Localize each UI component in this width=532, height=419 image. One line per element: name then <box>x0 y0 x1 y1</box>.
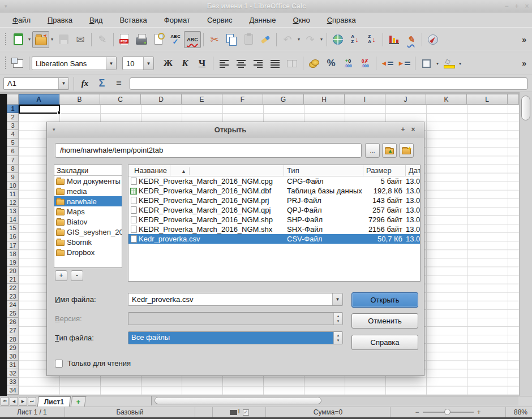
menu-help[interactable]: Справка <box>319 14 364 26</box>
filetype-spinner[interactable]: ▲▼ <box>333 332 342 344</box>
row-header-8[interactable]: 8 <box>7 165 19 173</box>
background-color-dropdown-icon[interactable]: ▾ <box>457 61 463 66</box>
maximize-button[interactable]: + <box>512 2 522 10</box>
menu-insert[interactable]: Вставка <box>111 14 155 26</box>
export-pdf-button[interactable] <box>116 31 133 48</box>
open-button[interactable]: Открыть <box>351 292 418 308</box>
menu-edit[interactable]: Правка <box>40 14 80 26</box>
version-spinner[interactable]: ▲▼ <box>333 313 342 325</box>
delete-decimal-button[interactable]: 0✗.000 <box>357 55 374 72</box>
open-dropdown-icon[interactable]: ▾ <box>49 37 55 42</box>
menu-format[interactable]: Формат <box>156 14 198 26</box>
undo-button[interactable]: ↶ <box>279 31 296 48</box>
toolbar-overflow-button[interactable]: » <box>522 59 530 68</box>
cancel-button[interactable]: Отменить <box>351 313 418 329</box>
new-dropdown-icon[interactable]: ▾ <box>27 37 32 42</box>
row-header-9[interactable]: 9 <box>7 173 19 182</box>
file-row[interactable]: KEDR_Proverka_March_2016_NGM.dbfТаблица … <box>128 186 420 196</box>
insert-chart-button[interactable] <box>385 31 402 48</box>
row-header-2[interactable]: 2 <box>7 113 19 122</box>
help-button[interactable]: Справка <box>351 335 418 350</box>
hyperlink-button[interactable] <box>329 31 346 48</box>
row-header-28[interactable]: 28 <box>7 335 19 344</box>
add-sheet-button[interactable]: + <box>71 396 87 407</box>
column-header-type[interactable]: Тип <box>284 165 363 176</box>
merge-cells-button[interactable] <box>284 55 301 72</box>
column-header-H[interactable]: H <box>304 94 345 105</box>
align-right-button[interactable] <box>250 55 267 72</box>
sort-descending-button[interactable]: ZA ↓ <box>363 31 380 48</box>
align-justify-button[interactable] <box>267 55 284 72</box>
row-header-31[interactable]: 31 <box>7 361 19 369</box>
print-preview-button[interactable] <box>150 31 167 48</box>
row-header-23[interactable]: 23 <box>7 292 19 301</box>
row-header-14[interactable]: 14 <box>7 215 19 224</box>
browse-button[interactable]: ... <box>365 143 380 158</box>
row-header-33[interactable]: 33 <box>7 378 19 386</box>
previous-sheet-button[interactable]: ◀ <box>10 397 18 406</box>
readonly-checkbox[interactable] <box>55 360 63 368</box>
email-button[interactable]: ✉ <box>72 31 89 48</box>
sheet-number-status[interactable]: Лист 1 / 1 <box>0 407 65 417</box>
increase-indent-button[interactable]: ► <box>396 55 413 72</box>
path-input[interactable]: /home/narwhale/temp/point2tab <box>55 143 362 158</box>
document-modified-icon[interactable]: ✓ <box>243 409 249 416</box>
row-header-19[interactable]: 19 <box>7 258 19 267</box>
row-header-5[interactable]: 5 <box>7 139 19 147</box>
row-header-27[interactable]: 27 <box>7 326 19 335</box>
navigator-button[interactable] <box>424 31 441 48</box>
zoom-slider[interactable] <box>423 412 474 413</box>
undo-dropdown-icon[interactable]: ▾ <box>296 37 302 42</box>
row-header-34[interactable]: 34 <box>7 386 19 395</box>
align-center-button[interactable] <box>233 55 250 72</box>
menu-tools[interactable]: Сервис <box>199 14 241 26</box>
paste-button[interactable] <box>240 31 257 48</box>
font-name-dropdown-icon[interactable]: ▼ <box>106 57 116 70</box>
last-sheet-button[interactable]: ⏭ <box>28 397 36 406</box>
toolbar-overflow-button[interactable]: » <box>522 35 530 44</box>
file-row[interactable]: KEDR_Proverka_March_2016_NGM.cpgCPG-Файл… <box>128 176 420 186</box>
font-size-dropdown-icon[interactable]: ▼ <box>143 57 153 70</box>
minimize-button[interactable]: − <box>501 2 512 10</box>
dialog-maximize-button[interactable]: + <box>398 126 408 133</box>
horizontal-scrollbar[interactable] <box>151 396 518 405</box>
open-button[interactable] <box>32 31 49 48</box>
add-bookmark-button[interactable]: + <box>55 270 67 281</box>
column-header-name[interactable]: Название▲ <box>128 165 284 176</box>
column-header-E[interactable]: E <box>182 94 222 105</box>
bookmark-item[interactable]: media <box>54 186 122 196</box>
row-header-7[interactable]: 7 <box>7 156 19 165</box>
page-style-status[interactable]: Базовый <box>65 407 195 417</box>
file-row[interactable]: KEDR_Proverka_March_2016_NGM.shpSHP-Файл… <box>128 215 420 224</box>
toolbar-grip[interactable] <box>4 33 8 46</box>
name-box[interactable]: A1 ▼ <box>3 77 69 90</box>
underline-button[interactable]: Ч <box>194 55 211 72</box>
column-header-size[interactable]: Размер <box>363 165 406 176</box>
redo-button[interactable]: ↷ <box>302 31 319 48</box>
cell-style-button[interactable] <box>10 55 27 72</box>
row-header-24[interactable]: 24 <box>7 301 19 309</box>
row-header-11[interactable]: 11 <box>7 190 19 198</box>
bookmark-item[interactable]: Sbornik <box>54 237 122 247</box>
close-button[interactable]: × <box>522 2 532 10</box>
font-size-combo[interactable]: 10 ▼ <box>122 57 154 70</box>
filename-combo[interactable]: Kedr_proverka.csv ▼ <box>128 293 343 306</box>
column-header-K[interactable]: K <box>426 94 467 105</box>
font-name-combo[interactable]: Liberation Sans ▼ <box>32 57 117 70</box>
italic-button[interactable]: K <box>177 55 194 72</box>
column-header-J[interactable]: J <box>385 94 426 105</box>
row-header-20[interactable]: 20 <box>7 267 19 275</box>
row-header-21[interactable]: 21 <box>7 275 19 284</box>
borders-button[interactable] <box>418 55 435 72</box>
create-folder-button[interactable]: ✦ <box>399 143 414 158</box>
edit-file-button[interactable]: ✎ <box>94 31 111 48</box>
file-row[interactable]: KEDR_Proverka_March_2016_NGM.shxSHX-Файл… <box>128 224 420 234</box>
file-row[interactable]: KEDR_Proverka_March_2016_NGM.qpjQPJ-Файл… <box>128 205 420 215</box>
sheet-tab-active[interactable]: Лист1 <box>37 396 71 407</box>
row-header-29[interactable]: 29 <box>7 344 19 352</box>
column-header-B[interactable]: B <box>59 94 100 105</box>
window-shade-icon[interactable]: ▾ <box>0 3 12 9</box>
select-all-corner[interactable] <box>7 94 19 105</box>
bookmark-item[interactable]: Мои документы <box>54 176 122 186</box>
sum-status[interactable]: Сумма=0 <box>266 407 391 417</box>
